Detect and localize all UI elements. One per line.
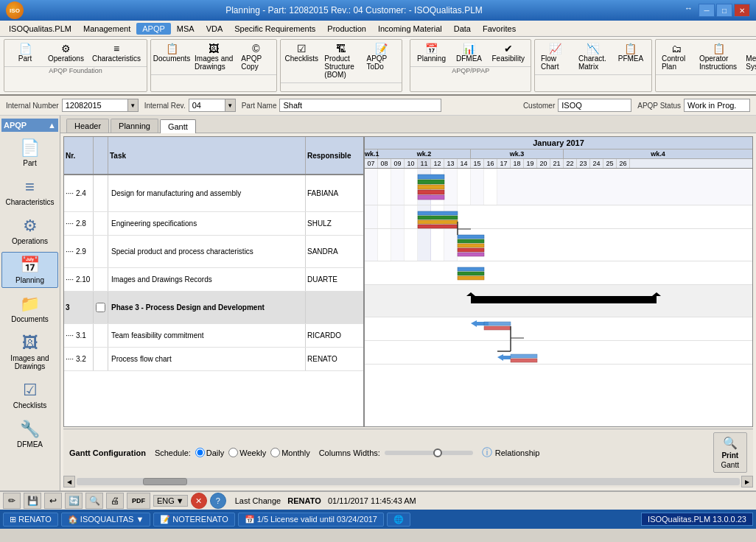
taskbar-noterenato[interactable]: 📝 NOTERENATO [153, 513, 234, 527]
h-scrollbar-thumb[interactable] [143, 478, 187, 485]
close-button[interactable]: ✕ [734, 4, 750, 17]
phase-checkbox[interactable] [96, 303, 105, 312]
sidebar-item-checklists[interactable]: ☑ Checklists [1, 377, 58, 413]
menu-data[interactable]: Data [448, 23, 477, 35]
sidebar-item-characteristics[interactable]: ≡ Characteristics [1, 174, 58, 210]
help-btn[interactable]: ? [210, 493, 226, 509]
isoqualitas-label: ISOQUALITAS ▼ [80, 515, 144, 524]
toolbar-part-btn[interactable]: 📄 Part [7, 41, 43, 65]
refresh-btn[interactable]: 🔄 [65, 493, 83, 509]
toolbar-apqp-copy-btn[interactable]: © APQP Copy [237, 41, 274, 73]
toolbar-characteristics-btn[interactable]: ≡ Characteristics [88, 41, 144, 65]
table-row: 3 Phase 3 - Process Design and Developme… [64, 292, 363, 324]
internal-number-dropdown-btn[interactable]: ▼ [128, 99, 139, 112]
sidebar-item-documents[interactable]: 📁 Documents [1, 291, 58, 327]
scroll-left-btn[interactable]: ◀ [63, 476, 75, 488]
pdf-btn[interactable]: PDF [127, 493, 150, 509]
toolbar-charact-matrix-btn[interactable]: 📉 Charact. Matrix [575, 41, 612, 73]
sidebar-item-planning[interactable]: 📅 Planning [1, 252, 58, 288]
gantt-left-header: Nr. Task Responsible [64, 137, 363, 175]
apqp-status-input[interactable] [684, 99, 750, 112]
menu-incoming-material[interactable]: Incoming Material [372, 23, 448, 35]
edit-btn[interactable]: ✏ [3, 493, 21, 509]
schedule-daily-radio[interactable] [195, 448, 205, 457]
toolbar-feasibility-btn[interactable]: ✔ Feasibility [488, 41, 528, 65]
gantt-week-cell: wk.2 [378, 149, 471, 158]
toolbar-operator-instructions-btn[interactable]: 📋 Operator Instructions [696, 41, 743, 73]
menu-production[interactable]: Production [321, 23, 372, 35]
taskbar-license[interactable]: 📅 1/5 License valid until 03/24/2017 [238, 513, 384, 527]
search-btn[interactable]: 🔍 [85, 493, 103, 509]
sidebar-item-operations[interactable]: ⚙ Operations [1, 213, 58, 249]
relationship-btn[interactable]: ⓘ Relationship [482, 446, 540, 460]
toolbar-product-structure-btn[interactable]: 🏗 Product Structure (BOM) [321, 41, 362, 81]
maximize-button[interactable]: □ [716, 4, 732, 17]
columns-widths-slider[interactable] [385, 451, 473, 455]
toolbar-planning-btn[interactable]: 📅 Planning [413, 41, 449, 65]
sidebar-item-dfmea[interactable]: 🔧 DFMEA [1, 416, 58, 452]
language-dropdown[interactable]: ENG ▼ [153, 495, 188, 507]
gantt-task-cell: Images and Drawings Records [108, 268, 306, 291]
undo-btn[interactable]: ↩ [44, 493, 62, 509]
schedule-monthly-label[interactable]: Monthly [270, 448, 310, 457]
print-btn[interactable]: 🖨 [106, 493, 124, 509]
menu-isoqualitas[interactable]: ISOQualitas.PLM [3, 23, 77, 35]
gantt-nr-cell: 3 [64, 292, 94, 323]
sidebar-item-images[interactable]: 🖼 Images and Drawings [1, 330, 58, 374]
close-status-btn[interactable]: ✕ [191, 493, 207, 509]
print-gantt-btn[interactable]: 🔍 Print Gantt [713, 432, 747, 473]
toolbar-dfmea-btn[interactable]: 📊 DFMEA [450, 41, 487, 65]
weekly-label: Weekly [239, 448, 266, 457]
internal-rev-dropdown-btn[interactable]: ▼ [225, 99, 236, 112]
schedule-monthly-radio[interactable] [270, 448, 280, 457]
print-label: Print [721, 451, 738, 460]
taskbar-globe[interactable]: 🌐 [387, 513, 410, 527]
part-name-input[interactable] [279, 99, 441, 112]
columns-widths-group: Columns Widths: [319, 448, 473, 457]
apqp-status-group: APQP Status [637, 99, 750, 112]
gantt-check-cell[interactable] [94, 292, 108, 323]
toolbar-pfmea-btn[interactable]: 📋 PFMEA [612, 41, 649, 73]
menu-management[interactable]: Management [77, 23, 136, 35]
schedule-weekly-label[interactable]: Weekly [228, 448, 266, 457]
toolbar-images-btn[interactable]: 🖼 Images and Drawings [191, 41, 237, 73]
checklists-group-label [281, 82, 402, 91]
save-btn[interactable]: 💾 [24, 493, 41, 509]
documents-icon: 📋 [166, 43, 178, 54]
sidebar-header[interactable]: APQP ▲ [1, 119, 58, 132]
menu-msa[interactable]: MSA [171, 23, 200, 35]
apqp-ppap-3-label [656, 74, 756, 83]
menu-favorites[interactable]: Favorites [477, 23, 522, 35]
menu-apqp[interactable]: APQP [136, 23, 171, 35]
gantt-day-cell: 08 [378, 159, 391, 168]
slider-thumb[interactable] [433, 448, 442, 457]
minimize-button[interactable]: ─ [699, 4, 715, 17]
taskbar-isoqualitas[interactable]: 🏠 ISOQUALITAS ▼ [61, 513, 150, 527]
tab-planning[interactable]: Planning [111, 119, 158, 133]
toolbar-measurement-systems-btn[interactable]: 📏 Measurement Systems [743, 41, 756, 73]
license-label: 1/5 License valid until 03/24/2017 [257, 515, 377, 524]
tab-header[interactable]: Header [66, 119, 109, 133]
start-button[interactable]: ⊞ RENATO [3, 513, 58, 527]
toolbar-checklists-btn[interactable]: ☑ Checklists [283, 41, 320, 81]
sidebar-item-part[interactable]: 📄 Part [1, 135, 58, 171]
toolbar-control-plan-btn[interactable]: 🗂 Control Plan [658, 41, 695, 73]
schedule-daily-label[interactable]: Daily [195, 448, 224, 457]
toolbar-documents-btn[interactable]: 📋 Documents [153, 41, 190, 73]
tab-gantt[interactable]: Gantt [160, 119, 196, 133]
last-change-text: Last Change RENATO 01/11/2017 11:45:43 A… [235, 496, 416, 505]
scroll-right-btn[interactable]: ▶ [741, 476, 753, 488]
menu-vda[interactable]: VDA [200, 23, 229, 35]
customer-input[interactable] [558, 99, 631, 112]
toolbar-apqp-todo-btn[interactable]: 📝 APQP ToDo [363, 41, 399, 81]
h-scrollbar-track[interactable] [77, 478, 740, 485]
menu-specific-requirements[interactable]: Specific Requirements [228, 23, 321, 35]
toolbar-flow-chart-btn[interactable]: 📈 Flow Chart [537, 41, 574, 73]
gantt-responsible-cell: RENATO [306, 348, 363, 370]
internal-rev-input[interactable] [189, 99, 225, 112]
internal-number-input[interactable] [62, 99, 128, 112]
toolbar-operations-btn[interactable]: ⚙ Operations [44, 41, 88, 65]
gantt-nr-cell: ···· 2.10 [64, 268, 94, 291]
schedule-weekly-radio[interactable] [228, 448, 238, 457]
checklists-sidebar-icon: ☑ [23, 381, 38, 400]
